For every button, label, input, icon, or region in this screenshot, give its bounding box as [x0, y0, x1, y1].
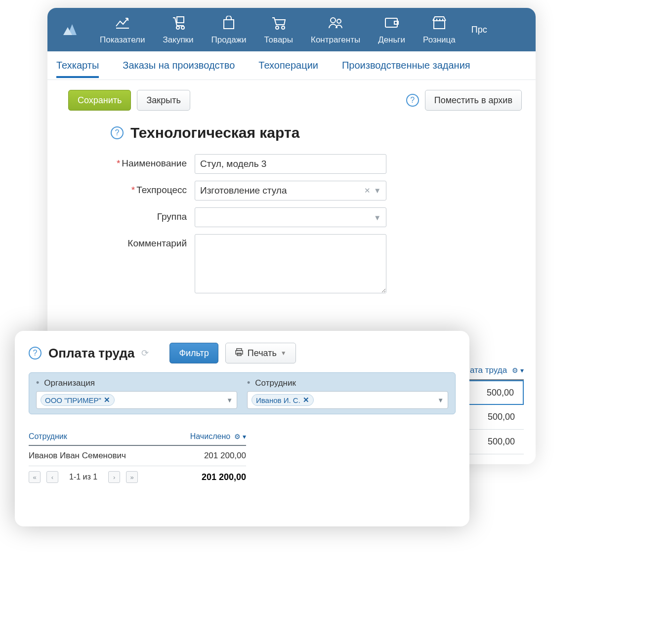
nav-money[interactable]: Деньги	[369, 8, 414, 51]
result-table: Сотрудник Начислено ⚙ ▾ Иванов Иван Семе…	[29, 432, 246, 488]
tab-prod-tasks[interactable]: Производственные задания	[342, 53, 470, 78]
pager-prev[interactable]: ‹	[46, 471, 58, 483]
svg-point-4	[276, 26, 279, 29]
pager-next[interactable]: ›	[108, 471, 120, 483]
svg-point-6	[331, 18, 336, 23]
toolbar: Сохранить Закрыть ? Поместить в архив	[47, 80, 536, 111]
nav-goods[interactable]: Товары	[255, 8, 302, 51]
chart-line-icon	[114, 14, 131, 31]
archive-button[interactable]: Поместить в архив	[425, 90, 522, 111]
pager-first[interactable]: «	[29, 471, 41, 483]
wallet-icon	[383, 14, 400, 31]
filter-box: Организация ООО "ПРИМЕР"✕ ▼ Сотрудник Ив…	[29, 372, 456, 414]
process-select[interactable]: Изготовление стула ✕ ▼	[195, 181, 386, 200]
group-label: Группа	[111, 207, 195, 222]
nav-contractors[interactable]: Контрагенты	[302, 8, 369, 51]
process-value: Изготовление стула	[200, 185, 287, 196]
emp-chip[interactable]: Иванов И. С.✕	[252, 394, 314, 406]
col-employee[interactable]: Сотрудник	[29, 432, 172, 441]
clear-icon[interactable]: ✕	[364, 186, 371, 195]
table-total: 201 200,00	[172, 472, 246, 482]
comment-label: Комментарий	[111, 234, 195, 249]
payroll-title: Оплата труда	[48, 346, 134, 361]
payroll-window: ? Оплата труда ⟳ Фильтр Печать ▼ Организ…	[15, 331, 469, 526]
bag-icon	[220, 14, 237, 31]
close-button[interactable]: Закрыть	[137, 90, 190, 111]
close-icon[interactable]: ✕	[104, 396, 110, 404]
process-label: *Техпроцесс	[111, 181, 195, 196]
filter-org-label: Организация	[36, 378, 237, 388]
svg-rect-0	[177, 17, 184, 23]
pager-text: 1-1 из 1	[69, 473, 97, 481]
store-icon	[431, 14, 448, 31]
nav-purchases[interactable]: Закупки	[154, 8, 203, 51]
svg-rect-8	[385, 18, 397, 27]
help-icon[interactable]: ?	[406, 94, 419, 107]
gear-icon[interactable]: ⚙ ▾	[512, 366, 524, 374]
help-icon[interactable]: ?	[111, 126, 124, 139]
print-button[interactable]: Печать ▼	[225, 343, 296, 363]
name-input[interactable]	[195, 154, 386, 174]
nav-indicators[interactable]: Показатели	[91, 8, 154, 51]
col-accrued[interactable]: Начислено ⚙ ▾	[172, 432, 246, 441]
svg-point-2	[181, 26, 184, 29]
nav-label: Товары	[264, 35, 293, 45]
tab-techcards[interactable]: Техкарты	[56, 53, 99, 78]
top-nav: Показатели Закупки Продажи Товары Контра…	[47, 8, 536, 51]
nav-label: Продажи	[211, 35, 247, 45]
row-employee: Иванов Иван Семенович	[29, 451, 172, 461]
filter-emp-select[interactable]: Иванов И. С.✕ ▼	[247, 391, 448, 409]
tab-prod-orders[interactable]: Заказы на производство	[123, 53, 235, 78]
svg-rect-3	[224, 20, 234, 29]
nav-sales[interactable]: Продажи	[203, 8, 255, 51]
filter-org-select[interactable]: ООО "ПРИМЕР"✕ ▼	[36, 391, 237, 409]
nav-retail[interactable]: Розница	[414, 8, 464, 51]
group-select[interactable]: ▼	[195, 207, 386, 227]
close-icon[interactable]: ✕	[303, 396, 309, 404]
svg-point-1	[176, 26, 179, 29]
nav-label: Закупки	[163, 35, 194, 45]
svg-rect-11	[236, 351, 243, 354]
tab-techops[interactable]: Техоперации	[258, 53, 318, 78]
org-chip[interactable]: ООО "ПРИМЕР"✕	[41, 394, 115, 406]
filter-emp-label: Сотрудник	[247, 378, 448, 388]
comment-textarea[interactable]	[195, 234, 386, 293]
chevron-down-icon: ▼	[281, 350, 287, 357]
nav-label: Контрагенты	[311, 35, 360, 45]
gear-icon[interactable]: ⚙ ▾	[234, 433, 246, 440]
nav-cutoff[interactable]: Прс	[464, 25, 491, 35]
printer-icon	[235, 348, 244, 359]
cart-dolly-icon	[170, 14, 187, 31]
chevron-down-icon[interactable]: ▼	[374, 186, 381, 195]
nav-label: Деньги	[378, 35, 405, 45]
svg-point-7	[337, 19, 341, 23]
chevron-down-icon[interactable]: ▼	[226, 397, 233, 404]
chevron-down-icon[interactable]: ▼	[437, 397, 444, 404]
row-sum: 201 200,00	[172, 451, 246, 461]
app-logo[interactable]	[60, 17, 85, 42]
people-icon	[327, 14, 344, 31]
pay-column-header: лата труда	[465, 365, 507, 375]
pager-last[interactable]: »	[126, 471, 138, 483]
refresh-icon[interactable]: ⟳	[141, 348, 149, 359]
cart-icon	[270, 14, 287, 31]
save-button[interactable]: Сохранить	[68, 90, 131, 111]
filter-button[interactable]: Фильтр	[169, 343, 218, 363]
chevron-down-icon[interactable]: ▼	[374, 213, 381, 222]
name-label: *Наименование	[111, 154, 195, 169]
table-row[interactable]: Иванов Иван Семенович 201 200,00	[29, 446, 246, 466]
svg-point-5	[282, 26, 285, 29]
nav-label: Розница	[423, 35, 456, 45]
form-area: ? Технологическая карта *Наименование *Т…	[47, 111, 536, 293]
help-icon[interactable]: ?	[29, 347, 42, 360]
sub-nav: Техкарты Заказы на производство Техопера…	[47, 51, 536, 80]
page-title: Технологическая карта	[130, 124, 299, 141]
nav-label: Показатели	[100, 35, 145, 45]
